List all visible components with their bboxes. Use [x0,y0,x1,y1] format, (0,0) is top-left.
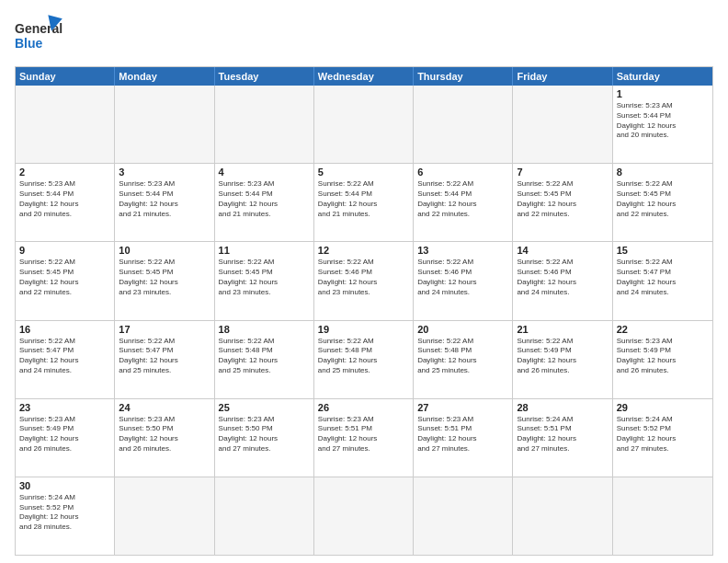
cell-info: Sunrise: 5:22 AM Sunset: 5:45 PM Dayligh… [617,179,709,219]
calendar-body: 1Sunrise: 5:23 AM Sunset: 5:44 PM Daylig… [16,86,712,555]
day-number: 17 [119,324,210,335]
calendar-row-4: 23Sunrise: 5:23 AM Sunset: 5:49 PM Dayli… [16,398,712,477]
cell-info: Sunrise: 5:24 AM Sunset: 5:52 PM Dayligh… [617,415,709,454]
calendar-cell: 10Sunrise: 5:22 AM Sunset: 5:45 PM Dayli… [115,242,214,319]
day-number: 1 [617,88,709,99]
page: General Blue SundayMondayTuesdayWednesda… [0,0,728,563]
weekday-header-monday: Monday [115,67,214,86]
cell-info: Sunrise: 5:22 AM Sunset: 5:44 PM Dayligh… [417,179,508,219]
day-number: 15 [617,245,709,256]
cell-info: Sunrise: 5:22 AM Sunset: 5:46 PM Dayligh… [417,258,508,297]
weekday-header-saturday: Saturday [613,67,712,86]
calendar-cell: 9Sunrise: 5:22 AM Sunset: 5:45 PM Daylig… [16,242,115,319]
header: General Blue [15,15,713,57]
calendar-cell [314,477,414,555]
day-number: 22 [617,324,709,335]
cell-info: Sunrise: 5:22 AM Sunset: 5:47 PM Dayligh… [119,337,210,376]
calendar-cell: 22Sunrise: 5:23 AM Sunset: 5:49 PM Dayli… [613,321,712,398]
calendar-cell [115,477,214,555]
calendar-cell: 30Sunrise: 5:24 AM Sunset: 5:52 PM Dayli… [16,477,115,555]
day-number: 3 [119,167,210,178]
cell-info: Sunrise: 5:23 AM Sunset: 5:50 PM Dayligh… [219,415,310,454]
day-number: 21 [517,324,608,335]
weekday-header-wednesday: Wednesday [314,67,414,86]
calendar-cell: 16Sunrise: 5:22 AM Sunset: 5:47 PM Dayli… [16,321,115,398]
cell-info: Sunrise: 5:23 AM Sunset: 5:49 PM Dayligh… [19,415,110,454]
day-number: 7 [517,167,608,178]
cell-info: Sunrise: 5:23 AM Sunset: 5:44 PM Dayligh… [119,179,210,219]
day-number: 13 [417,245,508,256]
cell-info: Sunrise: 5:22 AM Sunset: 5:45 PM Dayligh… [219,258,310,297]
calendar-cell: 8Sunrise: 5:22 AM Sunset: 5:45 PM Daylig… [613,164,712,241]
calendar-cell: 4Sunrise: 5:23 AM Sunset: 5:44 PM Daylig… [215,164,314,241]
day-number: 26 [318,402,409,413]
day-number: 20 [417,324,508,335]
logo-icon: General Blue [15,15,63,57]
day-number: 18 [219,324,310,335]
calendar-cell [513,477,612,555]
day-number: 9 [19,245,110,256]
cell-info: Sunrise: 5:22 AM Sunset: 5:46 PM Dayligh… [517,258,608,297]
cell-info: Sunrise: 5:23 AM Sunset: 5:44 PM Dayligh… [219,179,310,219]
day-number: 11 [219,245,310,256]
calendar-cell [16,86,115,163]
calendar-cell [414,86,513,163]
svg-text:Blue: Blue [15,36,43,51]
weekday-header-sunday: Sunday [16,67,115,86]
calendar-header: SundayMondayTuesdayWednesdayThursdayFrid… [16,67,712,86]
logo: General Blue [15,15,63,57]
day-number: 16 [19,324,110,335]
cell-info: Sunrise: 5:22 AM Sunset: 5:47 PM Dayligh… [617,258,709,297]
calendar-cell: 25Sunrise: 5:23 AM Sunset: 5:50 PM Dayli… [215,399,314,477]
cell-info: Sunrise: 5:24 AM Sunset: 5:52 PM Dayligh… [19,493,110,533]
cell-info: Sunrise: 5:23 AM Sunset: 5:49 PM Dayligh… [617,337,709,376]
cell-info: Sunrise: 5:24 AM Sunset: 5:51 PM Dayligh… [517,415,608,454]
calendar-cell [115,86,214,163]
calendar-cell [215,477,314,555]
calendar-cell: 20Sunrise: 5:22 AM Sunset: 5:48 PM Dayli… [414,321,513,398]
calendar-cell: 19Sunrise: 5:22 AM Sunset: 5:48 PM Dayli… [314,321,414,398]
calendar-row-0: 1Sunrise: 5:23 AM Sunset: 5:44 PM Daylig… [16,86,712,163]
calendar-cell: 13Sunrise: 5:22 AM Sunset: 5:46 PM Dayli… [414,242,513,319]
day-number: 2 [19,167,110,178]
cell-info: Sunrise: 5:22 AM Sunset: 5:48 PM Dayligh… [417,337,508,376]
cell-info: Sunrise: 5:22 AM Sunset: 5:45 PM Dayligh… [19,258,110,297]
calendar-cell: 15Sunrise: 5:22 AM Sunset: 5:47 PM Dayli… [613,242,712,319]
calendar-cell: 26Sunrise: 5:23 AM Sunset: 5:51 PM Dayli… [314,399,414,477]
cell-info: Sunrise: 5:22 AM Sunset: 5:45 PM Dayligh… [119,258,210,297]
cell-info: Sunrise: 5:22 AM Sunset: 5:44 PM Dayligh… [318,179,409,219]
calendar-cell [414,477,513,555]
day-number: 28 [517,402,608,413]
day-number: 4 [219,167,310,178]
cell-info: Sunrise: 5:23 AM Sunset: 5:51 PM Dayligh… [417,415,508,454]
day-number: 19 [318,324,409,335]
calendar-row-2: 9Sunrise: 5:22 AM Sunset: 5:45 PM Daylig… [16,241,712,319]
calendar-cell [513,86,612,163]
day-number: 24 [119,402,210,413]
calendar-cell: 11Sunrise: 5:22 AM Sunset: 5:45 PM Dayli… [215,242,314,319]
calendar-cell: 23Sunrise: 5:23 AM Sunset: 5:49 PM Dayli… [16,399,115,477]
day-number: 25 [219,402,310,413]
cell-info: Sunrise: 5:22 AM Sunset: 5:46 PM Dayligh… [318,258,409,297]
day-number: 5 [318,167,409,178]
day-number: 8 [617,167,709,178]
calendar-cell [215,86,314,163]
calendar-cell: 2Sunrise: 5:23 AM Sunset: 5:44 PM Daylig… [16,164,115,241]
cell-info: Sunrise: 5:23 AM Sunset: 5:51 PM Dayligh… [318,415,409,454]
day-number: 6 [417,167,508,178]
calendar-row-5: 30Sunrise: 5:24 AM Sunset: 5:52 PM Dayli… [16,477,712,555]
day-number: 12 [318,245,409,256]
day-number: 14 [517,245,608,256]
day-number: 23 [19,402,110,413]
cell-info: Sunrise: 5:23 AM Sunset: 5:50 PM Dayligh… [119,415,210,454]
calendar-cell: 6Sunrise: 5:22 AM Sunset: 5:44 PM Daylig… [414,164,513,241]
cell-info: Sunrise: 5:23 AM Sunset: 5:44 PM Dayligh… [617,101,709,141]
day-number: 27 [417,402,508,413]
calendar-cell: 17Sunrise: 5:22 AM Sunset: 5:47 PM Dayli… [115,321,214,398]
day-number: 30 [19,480,110,491]
calendar-cell [613,477,712,555]
cell-info: Sunrise: 5:22 AM Sunset: 5:48 PM Dayligh… [318,337,409,376]
cell-info: Sunrise: 5:22 AM Sunset: 5:45 PM Dayligh… [517,179,608,219]
calendar-row-3: 16Sunrise: 5:22 AM Sunset: 5:47 PM Dayli… [16,320,712,398]
calendar-cell: 14Sunrise: 5:22 AM Sunset: 5:46 PM Dayli… [513,242,612,319]
